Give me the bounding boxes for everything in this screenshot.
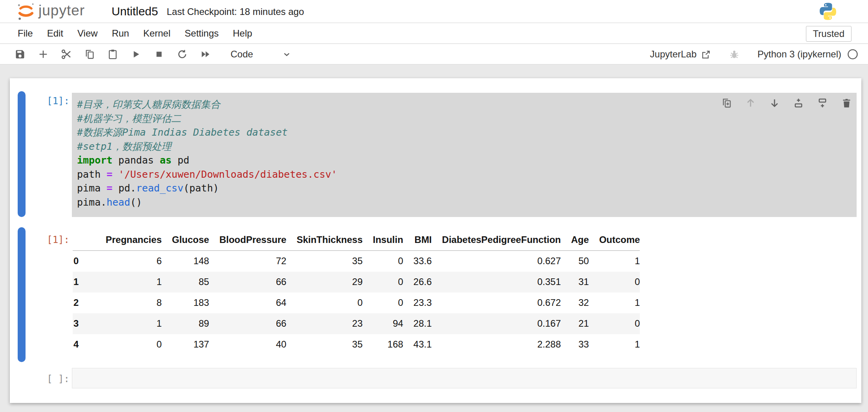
column-header: BMI bbox=[403, 230, 432, 251]
app-header: jupyter Untitled5 Last Checkpoint: 18 mi… bbox=[0, 0, 868, 23]
chevron-down-icon[interactable] bbox=[281, 48, 293, 60]
jupyter-logo[interactable]: jupyter bbox=[16, 1, 85, 22]
table-cell: 0.627 bbox=[432, 251, 561, 272]
table-cell: 85 bbox=[162, 272, 209, 292]
empty-cell-prompt: [ ]: bbox=[30, 373, 70, 384]
table-cell: 0.672 bbox=[432, 292, 561, 313]
table-row: 40137403516843.12.288331 bbox=[73, 334, 640, 355]
menu-view[interactable]: View bbox=[77, 28, 98, 39]
menu-settings[interactable]: Settings bbox=[185, 28, 219, 39]
table-cell: 43.1 bbox=[403, 334, 432, 355]
duplicate-cell-icon[interactable] bbox=[721, 97, 732, 109]
output-collapser[interactable] bbox=[18, 227, 26, 362]
table-cell: 0.167 bbox=[432, 313, 561, 334]
table-cell: 0.351 bbox=[432, 272, 561, 292]
table-row: 28183640023.30.672321 bbox=[73, 292, 640, 313]
notebook-title[interactable]: Untitled5 bbox=[112, 5, 158, 18]
kernel-status-icon[interactable] bbox=[847, 48, 859, 60]
table-cell: 148 bbox=[162, 251, 209, 272]
trusted-button[interactable]: Trusted bbox=[806, 26, 852, 42]
table-cell: 35 bbox=[286, 334, 363, 355]
table-row: 061487235033.60.627501 bbox=[73, 251, 640, 272]
table-cell: 66 bbox=[209, 272, 286, 292]
table-corner bbox=[73, 230, 95, 251]
code-line: path = '/Users/xuwen/Downloads/diabetes.… bbox=[77, 167, 857, 182]
table-cell: 0 bbox=[363, 251, 403, 272]
table-cell: 94 bbox=[363, 313, 403, 334]
column-header: BloodPressure bbox=[209, 230, 286, 251]
code-lines: #目录，印第安人糖尿病数据集合#机器学习，模型评估二#数据来源Pima Indi… bbox=[72, 93, 857, 209]
table-cell: 23 bbox=[286, 313, 363, 334]
copy-cells-button[interactable] bbox=[84, 48, 95, 60]
table-cell: 35 bbox=[286, 251, 363, 272]
code-line: pima = pd.read_csv(path) bbox=[77, 181, 857, 195]
table-cell: 64 bbox=[209, 292, 286, 313]
menu-file[interactable]: File bbox=[18, 28, 33, 39]
column-header: Pregnancies bbox=[95, 230, 162, 251]
table-row: 318966239428.10.167210 bbox=[73, 313, 640, 334]
paste-cells-button[interactable] bbox=[107, 48, 119, 60]
menu-bar: File Edit View Run Kernel Settings Help … bbox=[0, 23, 868, 44]
table-cell: 33.6 bbox=[403, 251, 432, 272]
debugger-icon[interactable] bbox=[729, 48, 740, 60]
table-cell: 6 bbox=[95, 251, 162, 272]
insert-cell-below-icon[interactable] bbox=[817, 97, 828, 109]
table-cell: 29 bbox=[286, 272, 363, 292]
delete-cell-icon[interactable] bbox=[841, 97, 852, 109]
table-cell: 0 bbox=[95, 334, 162, 355]
table-cell: 31 bbox=[561, 272, 589, 292]
table-cell: 28.1 bbox=[403, 313, 432, 334]
table-cell: 1 bbox=[589, 251, 640, 272]
open-in-jupyterlab-link[interactable]: JupyterLab bbox=[650, 49, 711, 60]
table-cell: 1 bbox=[589, 334, 640, 355]
code-line: #数据来源Pima Indias Diabetes dataset bbox=[77, 125, 857, 140]
run-all-cells-button[interactable] bbox=[200, 48, 211, 60]
menu-edit[interactable]: Edit bbox=[47, 28, 63, 39]
kernel-name[interactable]: Python 3 (ipykernel) bbox=[758, 49, 841, 60]
code-editor[interactable]: #目录，印第安人糖尿病数据集合#机器学习，模型评估二#数据来源Pima Indi… bbox=[72, 93, 857, 217]
cell-type-dropdown[interactable]: Code bbox=[231, 49, 253, 60]
table-cell: 1 bbox=[95, 313, 162, 334]
restart-kernel-button[interactable] bbox=[176, 48, 188, 60]
table-cell: 23.3 bbox=[403, 292, 432, 313]
menu-help[interactable]: Help bbox=[233, 28, 252, 39]
table-cell: 33 bbox=[561, 334, 589, 355]
external-link-icon bbox=[701, 49, 711, 60]
move-cell-down-icon[interactable] bbox=[769, 97, 780, 109]
table-cell: 0 bbox=[363, 272, 403, 292]
table-cell: 26.6 bbox=[403, 272, 432, 292]
notebook-toolbar: Code JupyterLab Python 3 (ipykernel) bbox=[0, 44, 868, 64]
column-header: Insulin bbox=[363, 230, 403, 251]
table-cell: 21 bbox=[561, 313, 589, 334]
column-header: Glucose bbox=[162, 230, 209, 251]
empty-cell-editor[interactable] bbox=[72, 368, 857, 388]
interrupt-kernel-button[interactable] bbox=[153, 48, 165, 60]
notebook-panel: [1]: #目录，印第安人糖尿病数据集合#机器学习，模型评估二#数据来源Pima… bbox=[10, 78, 861, 403]
table-header-row: PregnanciesGlucoseBloodPressureSkinThick… bbox=[73, 230, 640, 251]
output-area: PregnanciesGlucoseBloodPressureSkinThick… bbox=[72, 230, 857, 355]
table-cell: 89 bbox=[162, 313, 209, 334]
input-collapser[interactable] bbox=[18, 91, 26, 217]
table-cell: 50 bbox=[561, 251, 589, 272]
table-cell: 66 bbox=[209, 313, 286, 334]
row-index: 2 bbox=[73, 292, 95, 313]
insert-cell-button[interactable] bbox=[37, 48, 49, 60]
code-line: #setp1，数据预处理 bbox=[77, 140, 857, 154]
table-cell: 168 bbox=[363, 334, 403, 355]
checkpoint-status: Last Checkpoint: 18 minutes ago bbox=[167, 6, 304, 17]
insert-cell-above-icon[interactable] bbox=[793, 97, 804, 109]
menu-run[interactable]: Run bbox=[112, 28, 129, 39]
row-index: 1 bbox=[73, 272, 95, 292]
run-cell-button[interactable] bbox=[130, 48, 142, 60]
menu-kernel[interactable]: Kernel bbox=[143, 28, 170, 39]
table-cell: 2.288 bbox=[432, 334, 561, 355]
table-cell: 1 bbox=[95, 272, 162, 292]
cut-cells-button[interactable] bbox=[60, 48, 72, 60]
table-cell: 0 bbox=[589, 313, 640, 334]
dataframe-table: PregnanciesGlucoseBloodPressureSkinThick… bbox=[73, 230, 640, 355]
input-prompt: [1]: bbox=[30, 96, 70, 107]
save-button[interactable] bbox=[14, 48, 26, 60]
table-cell: 0 bbox=[589, 272, 640, 292]
move-cell-up-icon[interactable] bbox=[745, 97, 756, 109]
table-cell: 183 bbox=[162, 292, 209, 313]
